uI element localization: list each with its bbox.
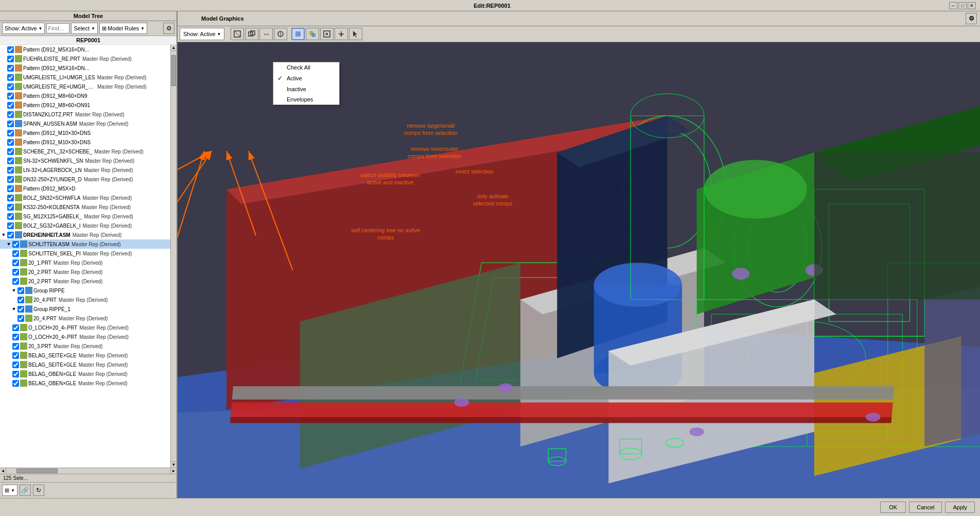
tree-item[interactable]: ▼ SCHLITTEN.ASM Master Rep (Derived) (0, 239, 170, 249)
cancel-button[interactable]: Cancel (909, 502, 942, 513)
tree-item[interactable]: O_LOCH×20_4›.PRT Master Rep (Derived) (0, 332, 170, 341)
prt-icon (15, 55, 22, 62)
tree-item[interactable]: 20_4.PRT Master Rep (Derived) (0, 295, 170, 304)
settings-icon-btn[interactable]: ⚙ (163, 23, 174, 34)
show-dropdown-btn[interactable]: Show: Active ▼ (2, 23, 45, 34)
ok-button[interactable]: OK (880, 502, 906, 513)
tree-item[interactable]: BELAG_SEITE×GLE Master Rep (Derived) (0, 351, 170, 360)
menu-active[interactable]: ✓ Active (273, 73, 339, 84)
bottom-action-bar: OK Cancel Apply (0, 498, 980, 516)
tree-item[interactable]: SG_M12X125×GABELK_ Master Rep (Derived) (0, 212, 170, 221)
tree-item[interactable]: Pattern (D912_M5X16×DN... (0, 63, 170, 73)
expand-icon[interactable]: ▼ (11, 306, 16, 312)
link-btn[interactable]: 🔗 (20, 485, 31, 496)
scroll-up-btn[interactable]: ▲ (171, 45, 177, 51)
scroll-down-btn[interactable]: ▼ (171, 461, 177, 468)
toolbar-icon-6[interactable] (306, 28, 319, 40)
svg-point-64 (866, 412, 881, 421)
tree-item[interactable]: 20_2.PRT Master Rep (Derived) (0, 267, 170, 277)
prt-icon (15, 222, 22, 229)
cad-viewport[interactable]: remove large/smallcomps from selection r… (178, 42, 980, 498)
menu-envelopes[interactable]: Envelopes (273, 94, 339, 105)
maximize-button[interactable]: □ (958, 2, 967, 9)
tree-item[interactable]: DISTANZKLOTZ.PRT Master Rep (Derived) (0, 110, 170, 119)
svg-point-62 (498, 383, 513, 392)
model-tree-panel: Model Tree Show: Active ▼ Select ▼ ⊞ Mod… (0, 11, 178, 498)
tree-item[interactable]: SN-32×SCHWENKFL_SN Master Rep (Derived) (0, 156, 170, 165)
toolbar-icon-1[interactable] (231, 28, 244, 40)
toolbar-icon-2[interactable] (245, 28, 258, 40)
tree-item[interactable]: SCHLITTEN_SKEL_PI Master Rep (Derived) (0, 249, 170, 258)
tree-bottom-toolbar: ⊞ ▼ 🔗 ↻ (0, 482, 177, 498)
tree-hscrollbar[interactable]: ◄ ► (0, 468, 177, 474)
prt-icon (20, 333, 27, 340)
tree-item[interactable]: UMGRLEISTE_LI×UMGR_LES Master Rep (Deriv… (0, 73, 170, 82)
toolbar-icon-8[interactable] (335, 28, 348, 40)
tree-item[interactable]: 20_4.PRT Master Rep (Derived) (0, 314, 170, 323)
tree-item[interactable]: Pattern (D912_M5X×D (0, 184, 170, 193)
find-input[interactable] (46, 23, 69, 33)
scroll-right-btn[interactable]: ► (170, 468, 177, 474)
tree-item[interactable]: Pattern (D912_M8×60×DN91 (0, 100, 170, 110)
menu-inactive[interactable]: Inactive (273, 84, 339, 94)
tree-item[interactable]: LN-32×LAGERBOCK_LN Master Rep (Derived) (0, 165, 170, 175)
model-tree-header: Model Tree (0, 11, 177, 21)
tree-item[interactable]: BELAG_SEITE×GLE Master Rep (Derived) (0, 360, 170, 369)
tree-item[interactable]: KS32-250×KOLBENSTA Master Rep (Derived) (0, 202, 170, 212)
tree-item[interactable]: Pattern (D912_M8×60×DN9 (0, 91, 170, 100)
tree-area[interactable]: Pattern (D912_M5X16×DN... FUEHRLEISTE_RE… (0, 45, 170, 468)
window-controls[interactable]: ─ □ ✕ (949, 2, 976, 9)
menu-check-all[interactable]: Check All (273, 62, 339, 73)
tree-item[interactable]: BELAG_OBEN×GLE Master Rep (Derived) (0, 379, 170, 388)
expand-icon[interactable]: ▼ (6, 242, 11, 247)
toolbar-icon-3[interactable]: ↔ (259, 28, 273, 40)
tree-item[interactable]: Pattern (D912_M5X16×DN... (0, 45, 170, 54)
svg-rect-60 (232, 386, 895, 400)
pattern-icon (15, 101, 22, 109)
model-rules-btn[interactable]: ⊞ Model Rules ▼ (99, 23, 147, 34)
tree-item[interactable]: ▼ Group RIPPE (0, 286, 170, 295)
close-button[interactable]: ✕ (968, 2, 976, 9)
tree-toolbar: Show: Active ▼ Select ▼ ⊞ Model Rules ▼ … (0, 21, 177, 36)
tree-item[interactable]: FUEHRLEISTE_RE.PRT Master Rep (Derived) (0, 54, 170, 63)
tree-item[interactable]: UMGRLEISTE_RE×UMGR_LEI Master Rep (Deriv… (0, 82, 170, 91)
refresh-btn[interactable]: ↻ (33, 485, 44, 496)
select-dropdown-btn[interactable]: Select ▼ (71, 23, 98, 34)
tree-item[interactable]: 20_3.PRT Master Rep (Derived) (0, 341, 170, 351)
tree-item[interactable]: Pattern (D912_M10×30×DNS (0, 137, 170, 147)
svg-line-1 (234, 31, 240, 37)
tree-item[interactable]: O_LOCH×20_4›.PRT Master Rep (Derived) (0, 323, 170, 332)
graphics-show-arrow: ▼ (217, 32, 221, 37)
pattern-icon (15, 185, 22, 192)
tree-item[interactable]: ▼ Group RIPPE_1 (0, 304, 170, 314)
svg-rect-73 (814, 152, 980, 299)
tree-item[interactable]: DN32-250×ZYLINDER_D Master Rep (Derived) (0, 175, 170, 184)
hscroll-thumb[interactable] (16, 469, 58, 473)
graphics-show-dropdown[interactable]: Show: Active ▼ (180, 28, 224, 40)
toolbar-icon-4[interactable] (274, 28, 287, 40)
minimize-button[interactable]: ─ (949, 2, 957, 9)
asm-icon (15, 120, 22, 127)
tree-item[interactable]: BELAG_OBEN×GLE Master Rep (Derived) (0, 369, 170, 379)
scroll-left-btn[interactable]: ◄ (0, 468, 6, 474)
tree-scrollbar[interactable]: ▲ ▼ (170, 45, 177, 468)
tree-item[interactable]: BOLZ_SG32×GABELK_I Master Rep (Derived) (0, 221, 170, 230)
tree-item[interactable]: SCHEBE_ZYL_32×SCHEBE_ Master Rep (Derive… (0, 147, 170, 156)
svg-marker-12 (340, 35, 342, 37)
graphics-settings-btn[interactable]: ⚙ (966, 13, 977, 24)
display-settings-btn[interactable]: ⊞ ▼ (2, 485, 18, 496)
expand-icon[interactable]: ▼ (11, 288, 16, 293)
tree-item[interactable]: ▼ DREHEINHEIT.ASM Master Rep (Derived) (0, 230, 170, 239)
tree-item[interactable]: SPANN_AUSSEN.ASM Master Rep (Derived) (0, 119, 170, 128)
tree-item[interactable]: 20_1.PRT Master Rep (Derived) (0, 258, 170, 267)
cursor-icon-btn[interactable] (349, 28, 362, 40)
tree-item[interactable]: BOLZ_SN32×SCHWFLA Master Rep (Derived) (0, 193, 170, 202)
apply-button[interactable]: Apply (945, 502, 975, 513)
expand-icon[interactable]: ▼ (1, 232, 6, 237)
model-rules-icon: ⊞ (102, 25, 107, 32)
tree-item[interactable]: 20_2.PRT Master Rep (Derived) (0, 277, 170, 286)
toolbar-icon-7[interactable] (320, 28, 334, 40)
toolbar-icon-5[interactable] (291, 28, 305, 40)
scroll-thumb[interactable] (171, 55, 176, 86)
tree-item[interactable]: Pattern (D912_M10×30×DNS (0, 128, 170, 137)
